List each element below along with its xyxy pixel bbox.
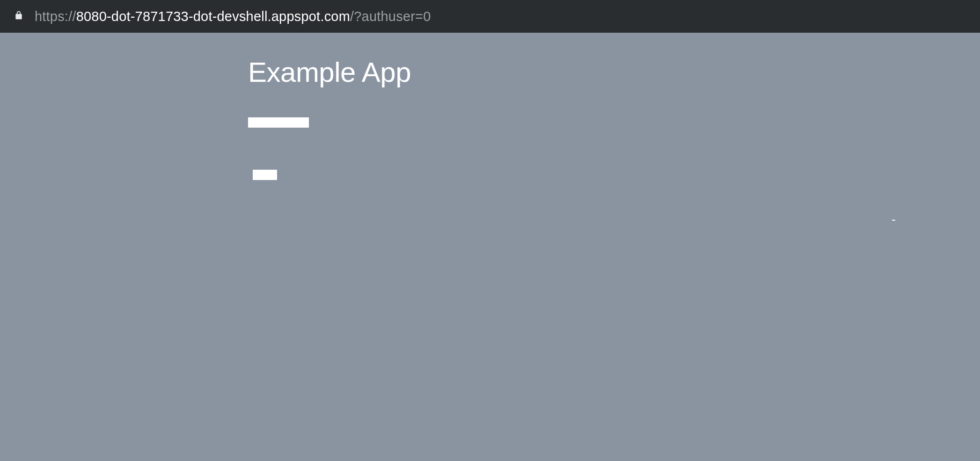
url-protocol: https://: [35, 9, 76, 24]
floating-dash: -: [892, 213, 896, 225]
loading-block-1: [248, 117, 309, 128]
loading-block-2: [253, 170, 277, 180]
url-text[interactable]: https://8080-dot-7871733-dot-devshell.ap…: [35, 9, 431, 24]
address-bar[interactable]: https://8080-dot-7871733-dot-devshell.ap…: [0, 0, 980, 33]
page-title: Example App: [248, 56, 411, 88]
lock-icon: [14, 10, 23, 23]
content-container: Example App: [248, 56, 411, 180]
url-path: /?authuser=0: [350, 9, 431, 24]
page-viewport: Example App -: [0, 33, 980, 461]
url-host: 8080-dot-7871733-dot-devshell.appspot.co…: [76, 9, 350, 24]
